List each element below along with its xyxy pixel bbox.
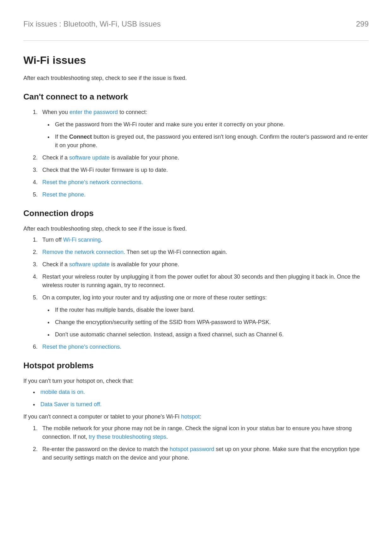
list-item: Turn off Wi-Fi scanning. <box>39 236 369 244</box>
text: When you <box>42 109 69 115</box>
list-item: Check that the Wi-Fi router firmware is … <box>39 166 369 174</box>
intro-text: After each troubleshooting step, check t… <box>23 74 369 82</box>
text: button is greyed out, the password you e… <box>55 134 368 148</box>
list-item: Check if a software update is available … <box>39 260 369 269</box>
hotspot-check-list: mobile data is on. Data Saver is turned … <box>28 388 369 409</box>
list-item: On a computer, log into your router and … <box>39 293 369 339</box>
breadcrumb: Fix issues : Bluetooth, Wi-Fi, USB issue… <box>23 18 161 30</box>
text: Turn off <box>42 237 63 243</box>
list-item: When you enter the password to connect: … <box>39 108 369 150</box>
list-item: If the router has multiple bands, disabl… <box>53 306 369 314</box>
text: to connect: <box>118 109 147 115</box>
list-item: Change the encryption/security setting o… <box>53 318 369 327</box>
list-item: Reset the phone. <box>39 190 369 199</box>
list-item: Don't use automatic channel selection. I… <box>53 330 369 339</box>
list-item: The mobile network for your phone may no… <box>39 424 369 441</box>
text: . <box>101 237 102 243</box>
link-reset-network[interactable]: Reset the phone's network connections. <box>42 179 143 185</box>
list-item: mobile data is on. <box>39 388 369 396</box>
link-software-update-2[interactable]: software update <box>69 261 110 268</box>
page-content: Fix issues : Bluetooth, Wi-Fi, USB issue… <box>0 0 392 485</box>
hotspot-steps-list: The mobile network for your phone may no… <box>28 424 369 462</box>
list-item: Re-enter the password on the device to m… <box>39 445 369 462</box>
text: is available for your phone. <box>110 154 179 161</box>
link-enter-password[interactable]: enter the password <box>69 109 118 115</box>
link-software-update[interactable]: software update <box>69 154 110 161</box>
link-remove-network[interactable]: Remove the network connection. <box>42 249 125 255</box>
list-item: Reset the phone's network connections. <box>39 178 369 187</box>
text: Check if a <box>42 261 69 268</box>
text: Then set up the Wi-Fi connection again. <box>125 249 227 255</box>
cant-connect-list: When you enter the password to connect: … <box>28 108 369 199</box>
intro-text: After each troubleshooting step, check t… <box>23 225 369 233</box>
header-divider <box>23 40 369 41</box>
list-item: If the Connect button is greyed out, the… <box>53 133 369 150</box>
link-wifi-scanning[interactable]: Wi-Fi scanning <box>63 237 101 243</box>
list-item: Reset the phone's connections. <box>39 343 369 351</box>
page-title: Wi-Fi issues <box>23 52 369 68</box>
text: is available for your phone. <box>110 261 179 268</box>
link-hotspot-password[interactable]: hotspot password <box>170 446 214 452</box>
text-strong: Connect <box>69 134 92 140</box>
link-data-saver-off[interactable]: Data Saver is turned off. <box>40 401 102 407</box>
link-troubleshooting-steps[interactable]: try these troubleshooting steps <box>89 434 166 440</box>
link-reset-connections[interactable]: Reset the phone's connections. <box>42 344 122 350</box>
connection-drops-list: Turn off Wi-Fi scanning. Remove the netw… <box>28 236 369 351</box>
heading-cant-connect: Can't connect to a network <box>23 91 369 103</box>
sub-bullets: If the router has multiple bands, disabl… <box>42 306 369 339</box>
link-reset-phone[interactable]: Reset the phone. <box>42 191 86 198</box>
link-mobile-data-on[interactable]: mobile data is on. <box>40 389 85 395</box>
heading-connection-drops: Connection drops <box>23 207 369 220</box>
list-item: Data Saver is turned off. <box>39 400 369 409</box>
intro-text: If you can't turn your hotspot on, check… <box>23 377 369 385</box>
page-number: 299 <box>356 18 369 30</box>
list-item: Remove the network connection. Then set … <box>39 248 369 256</box>
text: If the <box>55 134 69 140</box>
heading-hotspot-problems: Hotspot problems <box>23 359 369 372</box>
sub-bullets: Get the password from the Wi-Fi router a… <box>42 120 369 150</box>
list-item: Restart your wireless router by unpluggi… <box>39 273 369 290</box>
text: If you can't connect a computer or table… <box>23 413 181 420</box>
list-item: Check if a software update is available … <box>39 154 369 162</box>
text: . <box>166 434 168 440</box>
paragraph: If you can't connect a computer or table… <box>23 412 369 421</box>
text: Check if a <box>42 154 69 161</box>
link-hotspot[interactable]: hotspot <box>181 413 200 420</box>
text: On a computer, log into your router and … <box>42 294 267 301</box>
list-item: Get the password from the Wi-Fi router a… <box>53 120 369 129</box>
text: : <box>200 413 201 420</box>
text: Re-enter the password on the device to m… <box>42 446 170 452</box>
page-header: Fix issues : Bluetooth, Wi-Fi, USB issue… <box>23 18 369 30</box>
